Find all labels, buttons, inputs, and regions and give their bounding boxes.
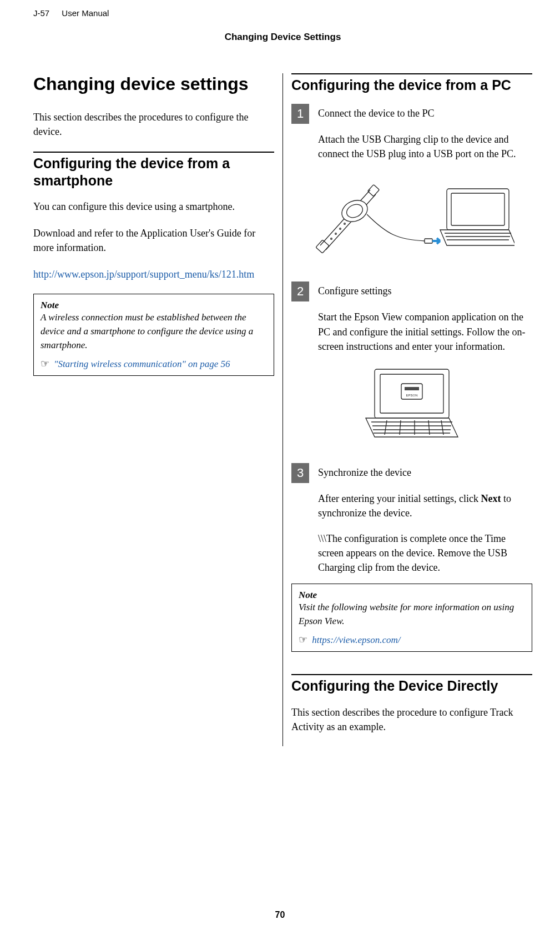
body-paragraph: This section describes the procedure to …	[291, 705, 532, 734]
svg-rect-8	[316, 240, 329, 253]
svg-point-2	[340, 228, 341, 230]
epson-view-url-link[interactable]: https://view.epson.com/	[312, 635, 400, 645]
step-1: 1 Connect the device to the PC Attach th…	[291, 104, 532, 161]
step-2: 2 Configure settings Start the Epson Vie…	[291, 281, 532, 353]
laptop-illustration: EPSON	[354, 366, 470, 444]
page-header: J-57 User Manual	[33, 8, 532, 18]
note-label: Note	[41, 300, 267, 311]
svg-point-0	[331, 238, 332, 240]
svg-rect-21	[405, 387, 419, 390]
model-code: J-57	[33, 8, 49, 18]
step-title: Configure settings	[318, 284, 532, 299]
note-text: Visit the following website for more inf…	[299, 602, 514, 626]
step-title: Connect the device to the PC	[318, 106, 532, 121]
doc-type: User Manual	[62, 8, 109, 18]
support-url-link[interactable]: http://www.epson.jp/support/support_menu…	[33, 269, 254, 280]
subheading-pc: Configuring the device from a PC	[291, 73, 532, 94]
note-box: Note Visit the following website for mor…	[291, 584, 532, 652]
note-text: A wireless connection must be establishe…	[41, 312, 253, 350]
page-title: Changing device settings	[33, 73, 274, 94]
step-3: 3 Synchronize the device After entering …	[291, 463, 532, 575]
step-number-badge: 1	[291, 104, 309, 124]
step-number-badge: 2	[291, 281, 309, 301]
device-to-pc-illustration	[309, 173, 514, 262]
svg-text:EPSON: EPSON	[406, 394, 417, 397]
step-description: Attach the USB Charging clip to the devi…	[318, 132, 532, 161]
svg-point-3	[344, 223, 346, 225]
step-description: Start the Epson View companion applicati…	[318, 310, 532, 353]
body-paragraph: You can configure this device using a sm…	[33, 199, 274, 214]
step-number-badge: 3	[291, 463, 309, 483]
step-description: After entering your initial settings, cl…	[318, 491, 532, 520]
page-number: 70	[0, 910, 560, 920]
hand-icon: ☞	[41, 358, 49, 370]
svg-rect-13	[447, 189, 509, 230]
left-column: Changing device settings This section de…	[33, 73, 283, 746]
right-column: Configuring the device from a PC 1 Conne…	[283, 73, 532, 746]
subheading-smartphone: Configuring the device from a smartphone	[33, 152, 274, 190]
next-label: Next	[481, 493, 501, 504]
note-box: Note A wireless connection must be estab…	[33, 294, 274, 376]
subheading-directly: Configuring the Device Directly	[291, 674, 532, 695]
step-title: Synchronize the device	[318, 465, 532, 480]
svg-point-1	[335, 233, 337, 235]
intro-text: This section describes the procedures to…	[33, 110, 274, 139]
note-cross-reference-link[interactable]: "Starting wireless communication" on pag…	[54, 359, 230, 369]
svg-rect-12	[425, 239, 432, 243]
step-description: \\\The configuration is complete once th…	[318, 531, 532, 575]
svg-point-10	[339, 197, 371, 226]
note-label: Note	[299, 590, 525, 601]
section-header: Changing Device Settings	[33, 32, 532, 43]
body-paragraph: Download and refer to the Application Us…	[33, 226, 274, 255]
hand-icon: ☞	[299, 634, 307, 646]
